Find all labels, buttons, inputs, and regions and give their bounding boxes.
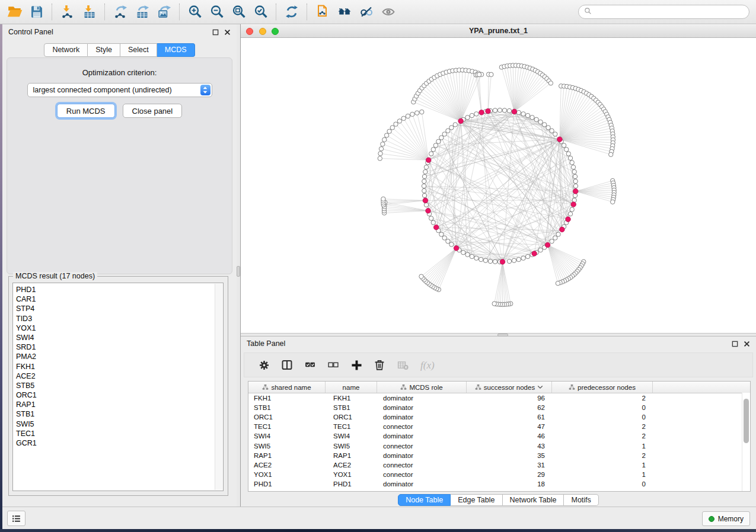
table-cell[interactable]: 2 [552, 432, 653, 440]
table-cell[interactable]: 29 [467, 471, 552, 478]
mcds-result-item[interactable]: RAP1 [16, 400, 223, 409]
table-cell[interactable]: dominator [377, 452, 467, 459]
table-cell[interactable]: PHD1 [326, 480, 377, 488]
scrollbar-thumb[interactable] [744, 399, 749, 443]
table-cell[interactable]: 18 [467, 480, 552, 488]
export-table-icon[interactable] [131, 2, 153, 21]
criterion-dropdown[interactable]: largest connected component (undirected) [27, 83, 212, 97]
zoom-in-icon[interactable] [184, 2, 206, 21]
table-cell[interactable]: dominator [377, 404, 467, 411]
splitter-grip-icon[interactable] [237, 266, 240, 277]
mcds-result-item[interactable]: FKH1 [16, 362, 223, 371]
table-cell[interactable]: 47 [467, 423, 552, 430]
mcds-result-item[interactable]: TEC1 [16, 429, 223, 438]
delete-column-icon[interactable] [373, 358, 386, 372]
table-cell[interactable]: STB1 [248, 404, 326, 411]
zoom-out-icon[interactable] [206, 2, 228, 21]
mcds-result-item[interactable]: CAR1 [16, 294, 223, 304]
table-cell[interactable]: 0 [552, 414, 653, 421]
table-cell[interactable]: FKH1 [326, 395, 377, 402]
table-cell[interactable]: YOX1 [248, 471, 326, 478]
column-header-name[interactable]: name [326, 382, 377, 393]
table-cell[interactable]: TEC1 [326, 423, 377, 430]
table-cell[interactable]: SWI5 [248, 443, 326, 450]
maximize-traffic-light-icon[interactable] [272, 28, 279, 35]
save-session-icon[interactable] [25, 2, 47, 21]
mcds-result-item[interactable]: SRD1 [16, 342, 223, 352]
table-cell[interactable]: 0 [552, 404, 653, 411]
zoom-fit-icon[interactable] [228, 2, 250, 21]
add-column-icon[interactable] [350, 358, 363, 372]
mcds-result-item[interactable]: PMA2 [16, 352, 223, 361]
table-cell[interactable]: RAP1 [248, 452, 326, 459]
close-traffic-light-icon[interactable] [246, 28, 253, 35]
tab-style[interactable]: Style [88, 43, 120, 57]
mcds-result-item[interactable]: TID3 [16, 314, 223, 323]
mcds-result-item[interactable]: SWI5 [16, 419, 223, 429]
export-image-icon[interactable] [153, 2, 175, 21]
table-cell[interactable]: dominator [377, 480, 467, 488]
table-cell[interactable]: 43 [467, 443, 552, 450]
table-row[interactable]: TEC1TEC1connector472 [248, 422, 750, 431]
table-scrollbar[interactable] [742, 393, 750, 491]
table-cell[interactable]: 62 [467, 404, 552, 411]
mcds-result-item[interactable]: PHD1 [16, 285, 223, 294]
table-cell[interactable]: 46 [467, 432, 552, 440]
table-row[interactable]: ORC1ORC1dominator610 [248, 412, 750, 422]
mcds-result-item[interactable]: STP4 [16, 304, 223, 313]
column-header-shared-name[interactable]: shared name [248, 382, 326, 393]
table-cell[interactable]: STB1 [326, 404, 377, 411]
vertical-splitter[interactable] [237, 24, 241, 507]
import-network-icon[interactable] [56, 2, 78, 21]
zoom-selected-icon[interactable] [250, 2, 272, 21]
table-cell[interactable]: ORC1 [248, 414, 326, 421]
table-cell[interactable]: ORC1 [326, 414, 377, 421]
network-overview-icon[interactable] [333, 2, 355, 21]
tab-motifs[interactable]: Motifs [564, 494, 598, 506]
mcds-result-item[interactable]: GCR1 [16, 438, 223, 448]
table-cell[interactable]: 2 [552, 452, 653, 459]
run-mcds-button[interactable]: Run MCDS [57, 104, 115, 118]
table-cell[interactable]: FKH1 [248, 395, 326, 402]
mcds-list-scrollbar[interactable] [215, 284, 222, 490]
table-cell[interactable]: 96 [467, 395, 552, 402]
select-all-rows-icon[interactable] [304, 358, 317, 372]
table-cell[interactable]: connector [377, 423, 467, 430]
table-cell[interactable]: dominator [377, 414, 467, 421]
table-row[interactable]: SWI5SWI5connector431 [248, 441, 750, 450]
table-cell[interactable]: YOX1 [326, 471, 377, 478]
table-cell[interactable]: ACE2 [248, 462, 326, 469]
table-cell[interactable]: 35 [467, 452, 552, 459]
table-row[interactable]: PHD1PHD1dominator180 [248, 479, 750, 489]
table-cell[interactable]: SWI5 [326, 443, 377, 450]
column-header-predecessor-nodes[interactable]: predecessor nodes [552, 382, 653, 393]
mcds-result-item[interactable]: STB1 [16, 409, 223, 419]
table-cell[interactable]: 1 [552, 443, 653, 450]
mcds-result-item[interactable]: STB5 [16, 381, 223, 390]
float-panel-icon[interactable] [732, 341, 738, 347]
export-network-icon[interactable] [109, 2, 131, 21]
deselect-all-rows-icon[interactable] [327, 358, 340, 372]
table-cell[interactable]: TEC1 [248, 423, 326, 430]
table-cell[interactable]: 0 [552, 480, 653, 488]
table-cell[interactable]: connector [377, 462, 467, 469]
column-header-successor-nodes[interactable]: successor nodes [467, 382, 552, 393]
table-cell[interactable]: 2 [552, 395, 653, 402]
table-cell[interactable]: 1 [552, 462, 653, 469]
refresh-view-icon[interactable] [280, 2, 302, 21]
table-row[interactable]: YOX1YOX1connector291 [248, 470, 750, 479]
close-panel-button[interactable]: Close panel [123, 104, 183, 118]
mcds-result-item[interactable]: YOX1 [16, 323, 223, 333]
settings-gear-icon[interactable] [257, 358, 270, 372]
tab-select[interactable]: Select [120, 43, 157, 57]
open-session-icon[interactable] [4, 2, 25, 21]
mcds-result-item[interactable]: ORC1 [16, 390, 223, 400]
table-cell[interactable]: dominator [377, 395, 467, 402]
close-panel-icon[interactable] [744, 341, 750, 347]
table-cell[interactable]: 61 [467, 414, 552, 421]
table-cell[interactable]: connector [377, 443, 467, 450]
column-header-MCDS-role[interactable]: MCDS role [377, 382, 467, 393]
split-columns-icon[interactable] [280, 358, 294, 372]
tab-network[interactable]: Network [44, 43, 88, 57]
table-cell[interactable]: 1 [552, 471, 653, 478]
